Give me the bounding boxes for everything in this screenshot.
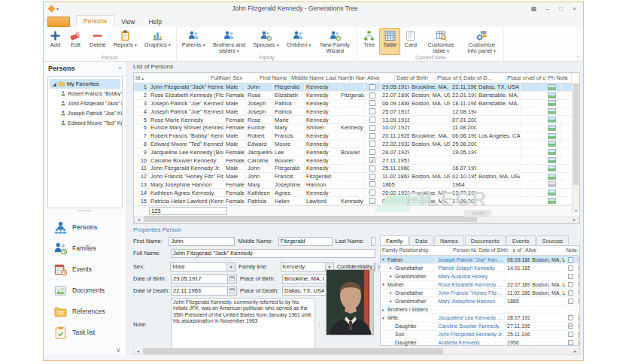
favorites-root-node[interactable]: ◢ My Favorites: [50, 79, 120, 89]
ribbon-button[interactable]: Brothers and sisters ▾: [208, 28, 249, 55]
alive-checkbox[interactable]: [568, 274, 573, 279]
panel-splitter[interactable]: ••••••: [44, 208, 126, 214]
alive-checkbox[interactable]: [369, 100, 375, 106]
ribbon-button[interactable]: Customize table ▾: [421, 28, 461, 55]
info-panel-tab[interactable]: Family: [380, 235, 409, 245]
nav-item[interactable]: Persons: [44, 217, 126, 238]
person-link[interactable]: Jacqueline Lee Kennedy (Bouvier): [438, 315, 503, 320]
ribbon-button[interactable]: Table: [379, 28, 400, 55]
panel-collapse-icon[interactable]: <: [118, 65, 122, 71]
column-header[interactable]: FullName: [209, 73, 231, 83]
tree-expand-icon[interactable]: ▸: [390, 265, 395, 270]
nav-item[interactable]: Events: [44, 259, 126, 280]
app-icon[interactable]: [48, 5, 56, 12]
ribbon-tab[interactable]: View: [114, 17, 141, 27]
family-row[interactable]: ▾Mother Rose Elizabeth Kennedy (Fitzgera…: [381, 281, 579, 289]
alive-checkbox[interactable]: [568, 340, 573, 345]
column-header[interactable]: Middle Name: [290, 73, 324, 83]
ribbon-collapse-icon[interactable]: ^: [577, 54, 579, 59]
info-panel-tab[interactable]: Sources: [536, 235, 570, 245]
ribbon-tab[interactable]: Help: [141, 17, 168, 27]
column-header[interactable]: Alive: [366, 73, 395, 83]
nav-item[interactable]: Documents: [44, 280, 126, 301]
ribbon-button[interactable]: New Family Wizard: [314, 28, 355, 55]
ribbon-tab[interactable]: Persons: [76, 15, 114, 27]
place-of-birth-field[interactable]: [282, 275, 327, 284]
ribbon-button[interactable]: Edit: [65, 28, 86, 55]
scroll-right-icon[interactable]: ▸: [570, 217, 579, 222]
note-textarea[interactable]: John Fitzgerald Kennedy, commonly referr…: [171, 298, 315, 352]
alive-checkbox[interactable]: [568, 282, 573, 287]
date-of-death-field[interactable]: [171, 287, 228, 296]
filter-input[interactable]: [149, 207, 227, 215]
column-header[interactable]: Date of D...: [462, 73, 506, 83]
full-name-field[interactable]: [171, 249, 375, 258]
tree-expand-icon[interactable]: ▾: [382, 257, 387, 262]
column-header[interactable]: Last Name: [324, 73, 350, 83]
person-link[interactable]: Caroline Bouvier Kennedy: [438, 323, 499, 329]
alive-checkbox[interactable]: [369, 174, 375, 180]
alive-checkbox[interactable]: [568, 290, 573, 296]
nav-options-chevron-icon[interactable]: ∨: [116, 347, 120, 353]
confidentiality-select[interactable]: ▾: [374, 262, 375, 271]
last-name-field[interactable]: [371, 237, 375, 246]
tree-expand-icon[interactable]: ▸: [382, 308, 387, 312]
nav-item[interactable]: References: [44, 301, 126, 322]
table-row[interactable]: 11 John Fitzgerald Kennedy Jr. Male John…: [134, 165, 572, 173]
table-row[interactable]: 5 Rose Marie Kennedy Female Rose Marie K…: [134, 116, 572, 124]
alive-checkbox[interactable]: [369, 108, 375, 114]
scroll-down-icon[interactable]: ▾: [573, 208, 579, 213]
note-icon[interactable]: [578, 323, 579, 329]
app-menu-button[interactable]: [47, 17, 70, 27]
family-row[interactable]: ▾Wife Jacqueline Lee Kennedy (Bouvier) 2…: [381, 314, 579, 323]
alive-checkbox[interactable]: [369, 141, 375, 147]
nav-item[interactable]: Families: [44, 238, 126, 259]
alive-checkbox[interactable]: [568, 315, 573, 320]
column-header[interactable]: Note: [564, 246, 579, 255]
ribbon-button[interactable]: Reports ▾: [110, 28, 141, 55]
family-row[interactable]: Son John Fitzgerald Kennedy Jr. 25.11.19…: [381, 331, 579, 339]
favorite-person-item[interactable]: Joseph Patrick "Joe" Kenn...: [48, 108, 122, 118]
family-row[interactable]: Daughter Arabella Kennedy 1956: [381, 339, 579, 347]
sex-select[interactable]: Male▾: [170, 262, 235, 271]
table-row[interactable]: 4 Joseph Patrick "Joe" Kennedy Jr. Male …: [134, 108, 572, 116]
person-link[interactable]: Joseph Patrick "Joe" Kennedy Sr.: [438, 257, 503, 262]
info-panel-tab[interactable]: Names: [434, 235, 464, 245]
scroll-right-icon[interactable]: ▸: [571, 348, 579, 353]
table-row[interactable]: 6 Eunice Mary Shriver (Kennedy) Female E…: [134, 124, 572, 132]
info-panel-tab[interactable]: Data: [409, 235, 433, 245]
table-row[interactable]: 12 John Francis "Honey Fitz" Fitzgerald …: [134, 173, 572, 181]
maximize-button[interactable]: □: [555, 4, 567, 14]
form-splitter[interactable]: ⋮: [315, 298, 323, 352]
tree-expand-icon[interactable]: ▸: [390, 299, 395, 303]
alive-checkbox[interactable]: [369, 93, 375, 99]
ribbon-button[interactable]: Spouses ▾: [249, 28, 282, 55]
ribbon-button[interactable]: Graphics ▾: [141, 28, 175, 55]
column-header[interactable]: Sex: [231, 73, 258, 83]
alive-checkbox[interactable]: [369, 125, 375, 131]
scroll-left-icon[interactable]: ◂: [135, 217, 143, 222]
column-header[interactable]: Person Name: [451, 246, 477, 255]
person-link[interactable]: John Fitzgerald Kennedy Jr.: [438, 332, 503, 337]
column-header[interactable]: Alive: [524, 246, 564, 255]
style-gallery-button[interactable]: ▦: [527, 4, 540, 14]
table-row[interactable]: 14 Kathleen Agnes Kennedy Female Kathlee…: [134, 189, 572, 197]
vertical-scrollbar[interactable]: ▾: [572, 83, 579, 213]
info-panel-tab[interactable]: Documents: [465, 235, 506, 245]
family-row[interactable]: ▾Father Joseph Patrick "Joe" Kennedy Sr.…: [381, 256, 579, 264]
column-header[interactable]: Place of Death: [506, 73, 527, 83]
column-header[interactable]: Date of Birth: [395, 73, 436, 83]
alive-checkbox[interactable]: [369, 198, 375, 204]
ribbon-button[interactable]: Parents ▾: [178, 28, 209, 55]
date-of-birth-field[interactable]: [171, 275, 228, 284]
note-icon[interactable]: [578, 315, 579, 321]
column-header[interactable]: Birth Name: [350, 73, 366, 83]
person-link[interactable]: Patrick Joseph Kennedy: [438, 265, 495, 271]
table-row[interactable]: 15 Patricia Helen Lawford (Kennedy) Fema…: [134, 197, 572, 205]
person-link[interactable]: Arabella Kennedy: [438, 340, 479, 345]
note-icon[interactable]: [578, 256, 579, 262]
table-horizontal-scrollbar[interactable]: ◂ ▸: [134, 216, 579, 223]
note-icon[interactable]: [578, 273, 579, 279]
person-link[interactable]: John Francis "Honey Fitz" Fitzgerald: [438, 290, 503, 296]
table-row[interactable]: 2 Rose Elizabeth Kennedy (Fitzgerald) Fe…: [134, 92, 572, 100]
